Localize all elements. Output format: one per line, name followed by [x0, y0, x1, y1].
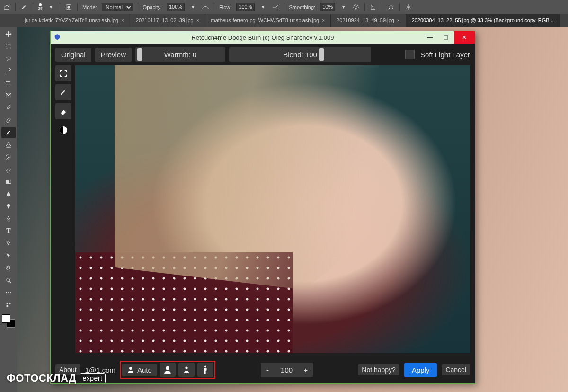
- document-tab[interactable]: 20210117_13_02_39.jpg×: [130, 14, 205, 27]
- smoothing-value[interactable]: 10%: [320, 3, 335, 11]
- opacity-label: Opacity:: [143, 4, 162, 10]
- history-brush-tool-icon[interactable]: [1, 151, 16, 163]
- zoom-tool-icon[interactable]: [1, 275, 16, 286]
- svg-point-7: [8, 119, 8, 120]
- minimize-button[interactable]: —: [422, 31, 438, 44]
- path-select-tool-icon[interactable]: [1, 238, 16, 249]
- document-tab[interactable]: jurica-koletic-7YVZYZeITc8-unsplash.jpg×: [19, 14, 130, 27]
- plugin-title: Retouch4me Dodge Burn (c) Oleg Sharonov …: [191, 34, 334, 41]
- close-icon[interactable]: ×: [322, 18, 325, 23]
- watermark-tag: expert: [80, 373, 106, 383]
- apply-button[interactable]: Apply: [404, 363, 437, 377]
- hand-tool-icon[interactable]: [1, 262, 16, 274]
- svg-point-13: [7, 278, 10, 282]
- angle-icon[interactable]: [370, 3, 377, 11]
- airbrush-icon[interactable]: [272, 3, 279, 11]
- blend-label: Blend: 100: [283, 51, 317, 59]
- color-swatches[interactable]: [2, 314, 15, 328]
- svg-point-22: [204, 366, 206, 368]
- blend-slider[interactable]: Blend: 100: [229, 47, 371, 62]
- brush-tool-icon[interactable]: [20, 3, 28, 11]
- svg-point-1: [67, 6, 70, 8]
- gradient-tool-icon[interactable]: [1, 176, 16, 187]
- face-large-button[interactable]: [160, 363, 176, 377]
- face-medium-button[interactable]: [178, 363, 195, 377]
- direct-select-tool-icon[interactable]: [1, 250, 16, 261]
- pressure-opacity-icon[interactable]: [202, 3, 209, 11]
- soft-light-checkbox[interactable]: [405, 50, 415, 59]
- stamp-tool-icon[interactable]: [1, 139, 16, 151]
- chevron-down-icon[interactable]: ▾: [47, 3, 55, 11]
- symmetry-icon[interactable]: [405, 3, 412, 11]
- blend-mode-select[interactable]: Normal: [102, 3, 133, 11]
- chevron-down-icon[interactable]: ▾: [340, 3, 347, 11]
- move-tool-icon[interactable]: [1, 28, 16, 40]
- pen-tool-icon[interactable]: [1, 213, 16, 224]
- warmth-slider[interactable]: Warmth: 0: [135, 47, 225, 62]
- plugin-titlebar[interactable]: Retouch4me Dodge Burn (c) Oleg Sharonov …: [51, 31, 475, 44]
- document-tab[interactable]: matheus-ferrero-pg_WCHWSdT8-unsplash.jpg…: [205, 14, 331, 27]
- auto-detect-button[interactable]: Auto: [122, 364, 157, 376]
- portrait-image: [75, 65, 470, 353]
- frame-tool-icon[interactable]: [1, 90, 16, 101]
- svg-point-20: [166, 366, 169, 370]
- fit-screen-icon[interactable]: [55, 65, 71, 81]
- home-icon[interactable]: [3, 3, 10, 11]
- svg-rect-25: [205, 371, 206, 374]
- plugin-bottom-controls: About 1@1.com Auto -: [51, 356, 475, 383]
- crop-tool-icon[interactable]: [1, 78, 16, 89]
- brush-panel-icon[interactable]: [65, 3, 72, 11]
- chevron-down-icon[interactable]: ▾: [189, 3, 197, 11]
- scale-plus-button[interactable]: +: [299, 363, 313, 377]
- type-tool-icon[interactable]: T: [1, 225, 16, 237]
- flow-value[interactable]: 100%: [236, 3, 254, 11]
- ps-toolbar: T ⋯: [0, 27, 17, 392]
- marquee-tool-icon[interactable]: [1, 41, 16, 52]
- close-button[interactable]: ✕: [454, 31, 475, 44]
- brush-tool-icon[interactable]: [1, 127, 16, 138]
- document-tab[interactable]: 20200304_13_22_55.jpg @ 33,3% (Backgroun…: [406, 14, 560, 27]
- maximize-button[interactable]: [438, 31, 454, 44]
- close-icon[interactable]: ×: [397, 18, 400, 23]
- heal-tool-icon[interactable]: [1, 115, 16, 126]
- eraser-tool-icon[interactable]: [1, 164, 16, 175]
- document-tab[interactable]: 20210924_13_49_59.jpg×: [331, 14, 406, 27]
- plugin-side-tools: [55, 65, 71, 353]
- detection-mode-group: Auto: [120, 361, 215, 379]
- opacity-value[interactable]: 100%: [167, 3, 185, 11]
- close-icon[interactable]: ×: [196, 18, 199, 23]
- svg-point-12: [8, 219, 9, 220]
- dodge-tool-icon[interactable]: [1, 201, 16, 212]
- svg-point-19: [129, 367, 132, 370]
- watermark: ФОТОСКЛАД expert: [7, 372, 106, 384]
- not-happy-button[interactable]: Not happy?: [358, 364, 399, 375]
- edit-toolbar-icon[interactable]: [1, 299, 16, 311]
- lasso-tool-icon[interactable]: [1, 53, 16, 64]
- svg-rect-11: [6, 180, 9, 184]
- mask-toggle-icon[interactable]: [55, 122, 71, 138]
- full-body-button[interactable]: [197, 363, 213, 377]
- app-icon: [53, 33, 61, 41]
- svg-point-3: [389, 5, 393, 9]
- svg-rect-4: [6, 44, 11, 49]
- blur-tool-icon[interactable]: [1, 188, 16, 200]
- chevron-down-icon[interactable]: ▾: [259, 3, 267, 11]
- cancel-button[interactable]: Cancel: [442, 364, 470, 375]
- gear-icon[interactable]: [352, 3, 360, 11]
- preview-button[interactable]: Preview: [95, 48, 132, 62]
- brush-tool-icon[interactable]: [55, 84, 71, 100]
- close-icon[interactable]: ×: [121, 18, 124, 23]
- svg-rect-6: [6, 117, 11, 123]
- brush-preset[interactable]: 25: [38, 3, 43, 11]
- eyedropper-tool-icon[interactable]: [1, 102, 16, 114]
- pressure-size-icon[interactable]: [387, 3, 395, 11]
- original-button[interactable]: Original: [55, 48, 91, 62]
- warmth-label: Warmth: 0: [164, 51, 197, 59]
- eraser-tool-icon[interactable]: [55, 103, 71, 119]
- wand-tool-icon[interactable]: [1, 65, 16, 77]
- svg-rect-16: [7, 305, 9, 307]
- preview-canvas[interactable]: [75, 65, 470, 353]
- brush-size-value: 25: [38, 6, 43, 11]
- scale-minus-button[interactable]: -: [261, 363, 275, 377]
- more-tools-icon[interactable]: ⋯: [1, 287, 16, 298]
